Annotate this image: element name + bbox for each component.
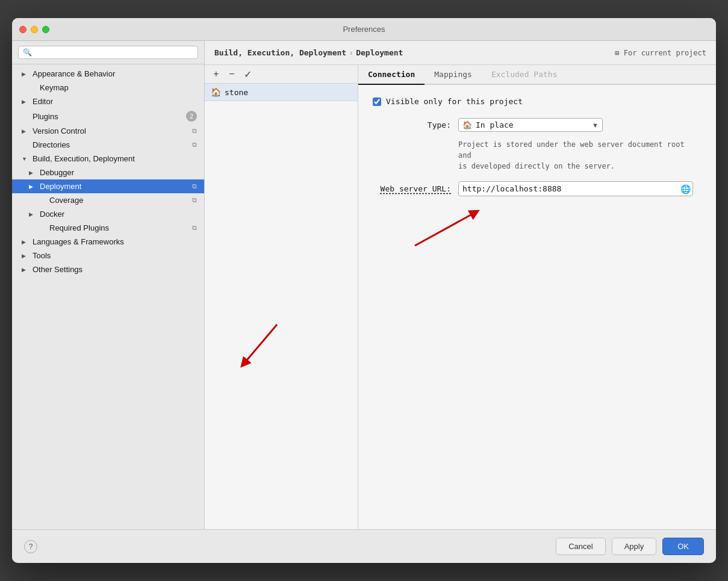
copy-icon: ⧉ [192, 141, 197, 149]
sidebar-item-label: Required Plugins [49, 223, 190, 232]
sidebar-item-label: Plugins [33, 112, 186, 121]
search-input[interactable] [35, 48, 193, 57]
globe-button[interactable]: 🌐 [680, 184, 691, 194]
remove-button[interactable]: − [225, 67, 238, 81]
sidebar-item-label: Other Settings [33, 265, 197, 274]
sidebar-item-label: Docker [40, 210, 197, 219]
add-button[interactable]: + [210, 67, 223, 81]
cancel-button[interactable]: Cancel [556, 538, 605, 555]
expand-arrow-icon: ▶ [22, 128, 30, 134]
chevron-down-icon: ▼ [592, 122, 599, 129]
check-button[interactable]: ✓ [241, 67, 254, 81]
deployment-list: 🏠 stone [205, 84, 358, 306]
sidebar-item-label: Coverage [49, 196, 190, 205]
sidebar-item-label: Languages & Frameworks [33, 237, 197, 246]
tab-bar: Connection Mappings Excluded Paths [358, 65, 716, 85]
sidebar-item-editor[interactable]: ▶ Editor [12, 95, 204, 108]
expand-arrow-icon: ▶ [29, 184, 37, 190]
red-arrow-2 [409, 204, 529, 252]
type-row: Type: 🏠 In place ▼ [373, 118, 702, 132]
content-area: + − ✓ 🏠 stone [205, 65, 716, 529]
sidebar-item-label: Appearance & Behavior [33, 69, 197, 78]
deployment-list-panel: + − ✓ 🏠 stone [205, 65, 358, 529]
sidebar-item-tools[interactable]: ▶ Tools [12, 249, 204, 263]
sidebar-item-label: Keymap [40, 83, 197, 92]
right-panel: Build, Execution, Deployment › Deploymen… [205, 41, 716, 529]
sidebar-item-coverage[interactable]: Coverage ⧉ [12, 193, 204, 207]
apply-button[interactable]: Apply [612, 538, 657, 555]
url-label: Web server URL: [373, 184, 451, 193]
expand-arrow-icon: ▼ [22, 156, 30, 162]
plugins-badge: 2 [186, 111, 197, 122]
tab-excluded-paths: Excluded Paths [482, 65, 567, 85]
deployment-item-name: stone [225, 88, 248, 97]
sidebar-item-version-control[interactable]: ▶ Version Control ⧉ [12, 124, 204, 138]
svg-line-3 [415, 213, 475, 246]
window-title: Preferences [343, 25, 385, 34]
bottom-actions: Cancel Apply OK [556, 538, 704, 555]
breadcrumb-parent: Build, Execution, Deployment [214, 48, 346, 57]
titlebar: Preferences [12, 18, 716, 41]
close-button[interactable] [19, 26, 26, 33]
sidebar-item-label: Deployment [40, 182, 190, 191]
breadcrumb-current: Deployment [356, 48, 403, 57]
expand-arrow-icon: ▶ [22, 71, 30, 77]
sidebar-item-docker[interactable]: ▶ Docker [12, 207, 204, 221]
sidebar-item-other-settings[interactable]: ▶ Other Settings [12, 263, 204, 276]
visible-only-checkbox[interactable] [373, 98, 381, 106]
sidebar-item-label: Debugger [40, 168, 197, 177]
sidebar-item-languages[interactable]: ▶ Languages & Frameworks [12, 235, 204, 249]
type-description: Project is stored under the web server d… [458, 139, 699, 172]
deployment-config-panel: Connection Mappings Excluded Paths Visib… [358, 65, 716, 529]
sidebar-item-label: Tools [33, 251, 197, 260]
copy-icon: ⧉ [192, 127, 197, 135]
sidebar-item-debugger[interactable]: ▶ Debugger [12, 166, 204, 179]
traffic-lights [19, 26, 49, 33]
maximize-button[interactable] [42, 26, 49, 33]
sidebar-item-label: Version Control [33, 126, 190, 135]
breadcrumb-separator: › [350, 49, 352, 57]
arrow-area-1 [205, 306, 358, 529]
sidebar-item-required-plugins[interactable]: Required Plugins ⧉ [12, 221, 204, 235]
visible-only-label: Visible only for this project [386, 97, 523, 106]
tab-mappings[interactable]: Mappings [425, 65, 482, 85]
copy-icon: ⧉ [192, 224, 197, 232]
copy-icon: ⧉ [192, 182, 197, 190]
search-wrap[interactable]: 🔍 [18, 46, 198, 59]
home-icon: 🏠 [211, 87, 221, 97]
visible-only-row: Visible only for this project [373, 97, 702, 106]
type-desc-line2: is developed directly on the server. [458, 162, 615, 170]
type-label: Type: [373, 120, 451, 129]
expand-arrow-icon: ▶ [22, 253, 30, 259]
svg-line-1 [244, 325, 277, 364]
ok-button[interactable]: OK [662, 538, 704, 555]
sidebar-item-plugins[interactable]: Plugins 2 [12, 108, 204, 124]
minimize-button[interactable] [31, 26, 38, 33]
arrow-area-2 [373, 204, 702, 252]
help-button[interactable]: ? [24, 540, 37, 553]
deployment-toolbar: + − ✓ [205, 65, 358, 84]
sidebar-item-deployment[interactable]: ▶ Deployment ⧉ [12, 179, 204, 193]
sidebar-item-label: Editor [33, 97, 197, 106]
list-item[interactable]: 🏠 stone [205, 84, 358, 101]
connection-form: Visible only for this project Type: 🏠 In… [358, 85, 716, 529]
breadcrumb-bar: Build, Execution, Deployment › Deploymen… [205, 41, 716, 65]
expand-arrow-icon: ▶ [29, 170, 37, 176]
url-input-wrap: 🌐 [458, 181, 693, 196]
type-desc-line1: Project is stored under the web server d… [458, 140, 685, 160]
red-arrow-1 [235, 318, 295, 379]
type-select[interactable]: 🏠 In place ▼ [458, 118, 603, 132]
home-icon: 🏠 [462, 120, 472, 129]
sidebar-item-label: Build, Execution, Deployment [33, 154, 197, 163]
sidebar-item-appearance[interactable]: ▶ Appearance & Behavior [12, 67, 204, 81]
tab-connection[interactable]: Connection [358, 65, 425, 85]
main-content: 🔍 ▶ Appearance & Behavior Keymap ▶ [12, 41, 716, 529]
expand-arrow-icon: ▶ [22, 99, 30, 105]
copy-icon: ⧉ [192, 196, 197, 204]
sidebar-item-keymap[interactable]: Keymap [12, 81, 204, 95]
sidebar-item-directories[interactable]: Directories ⧉ [12, 138, 204, 152]
url-input[interactable] [458, 181, 693, 196]
search-bar[interactable]: 🔍 [12, 41, 204, 64]
sidebar-item-build-exec-deploy[interactable]: ▼ Build, Execution, Deployment [12, 152, 204, 166]
expand-arrow-icon: ▶ [29, 211, 37, 217]
